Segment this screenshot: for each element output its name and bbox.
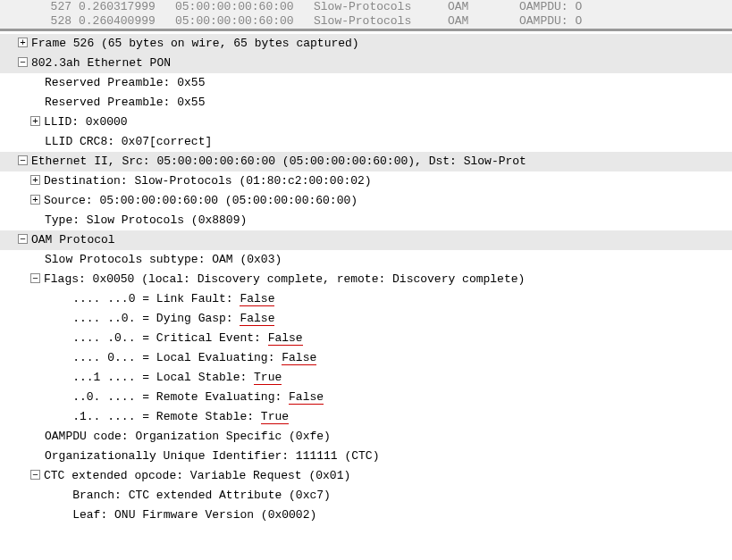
col-time: 0.260317999 <box>79 0 168 14</box>
oam-oui[interactable]: Organizationally Unique Identifier: 1111… <box>0 447 732 466</box>
flag-value: False <box>282 351 316 365</box>
collapse-icon[interactable] <box>18 234 28 244</box>
flag-link-fault[interactable]: .... ...0 = Link Fault: False <box>0 289 732 309</box>
flag-dying-gasp[interactable]: .... ..0. = Dying Gasp: False <box>0 309 732 329</box>
flag-value: False <box>240 292 274 306</box>
pon-header[interactable]: 802.3ah Ethernet PON <box>0 54 732 73</box>
protocol-tree-pane: Frame 526 (65 bytes on wire, 65 bytes ca… <box>0 29 732 528</box>
flag-value: True <box>261 410 289 424</box>
flag-value: True <box>254 371 282 385</box>
eth-destination[interactable]: Destination: Slow-Protocols (01:80:c2:00… <box>0 171 732 191</box>
expand-icon[interactable] <box>30 175 40 185</box>
frame-summary-text: Frame 526 (65 bytes on wire, 65 bytes ca… <box>31 37 359 50</box>
collapse-icon[interactable] <box>30 470 40 480</box>
packet-list-pane: 527 0.260317999 05:00:00:00:60:00 Slow-P… <box>0 0 732 29</box>
oam-subtype[interactable]: Slow Protocols subtype: OAM (0x03) <box>0 250 732 270</box>
expand-icon[interactable] <box>30 116 40 126</box>
col-src: 05:00:00:00:60:00 <box>175 0 314 14</box>
ctc-leaf[interactable]: Leaf: ONU Firmware Version (0x0002) <box>0 506 732 525</box>
ethernet-header-text: Ethernet II, Src: 05:00:00:00:60:00 (05:… <box>31 155 526 168</box>
col-src: 05:00:00:00:60:00 <box>175 14 314 29</box>
packet-row[interactable]: 528 0.260400999 05:00:00:00:60:00 Slow-P… <box>0 14 732 29</box>
oam-code[interactable]: OAMPDU code: Organization Specific (0xfe… <box>0 427 732 447</box>
col-no: 528 <box>36 14 72 29</box>
frame-summary[interactable]: Frame 526 (65 bytes on wire, 65 bytes ca… <box>0 34 732 54</box>
flag-value: False <box>289 390 324 405</box>
col-dst: Slow-Protocols <box>314 14 448 29</box>
flag-value: False <box>240 312 274 326</box>
flag-remote-evaluating[interactable]: ..0. .... = Remote Evaluating: False <box>0 388 732 407</box>
expand-icon[interactable] <box>30 195 40 205</box>
pon-reserved-2[interactable]: Reserved Preamble: 0x55 <box>0 93 732 113</box>
col-dst: Slow-Protocols <box>314 0 448 14</box>
eth-type[interactable]: Type: Slow Protocols (0x8809) <box>0 211 732 230</box>
oam-protocol-text: OAM Protocol <box>31 233 115 247</box>
pon-header-text: 802.3ah Ethernet PON <box>31 56 171 70</box>
col-info: OAMPDU: O <box>519 0 582 14</box>
col-time: 0.260400999 <box>79 14 168 29</box>
collapse-icon[interactable] <box>18 155 28 165</box>
col-info: OAMPDU: O <box>519 14 582 29</box>
collapse-icon[interactable] <box>18 57 28 67</box>
col-proto: OAM <box>448 14 519 29</box>
expand-icon[interactable] <box>18 38 28 47</box>
packet-row[interactable]: 527 0.260317999 05:00:00:00:60:00 Slow-P… <box>0 0 732 14</box>
flag-local-evaluating[interactable]: .... 0... = Local Evaluating: False <box>0 348 732 368</box>
ctc-opcode-header[interactable]: CTC extended opcode: Variable Request (0… <box>0 466 732 486</box>
flag-local-stable[interactable]: ...1 .... = Local Stable: True <box>0 368 732 388</box>
oam-protocol-header[interactable]: OAM Protocol <box>0 230 732 250</box>
flag-critical-event[interactable]: .... .0.. = Critical Event: False <box>0 329 732 348</box>
col-no: 527 <box>36 0 72 14</box>
ethernet-header[interactable]: Ethernet II, Src: 05:00:00:00:60:00 (05:… <box>0 152 732 171</box>
flag-remote-stable[interactable]: .1.. .... = Remote Stable: True <box>0 407 732 427</box>
collapse-icon[interactable] <box>30 273 40 283</box>
oam-flags-header[interactable]: Flags: 0x0050 (local: Discovery complete… <box>0 270 732 289</box>
ctc-branch[interactable]: Branch: CTC extended Attribute (0xc7) <box>0 486 732 506</box>
eth-source[interactable]: Source: 05:00:00:00:60:00 (05:00:00:00:6… <box>0 191 732 211</box>
col-proto: OAM <box>448 0 519 14</box>
pon-reserved-1[interactable]: Reserved Preamble: 0x55 <box>0 73 732 93</box>
pon-llid[interactable]: LLID: 0x0000 <box>0 113 732 132</box>
pon-llid-crc[interactable]: LLID CRC8: 0x07[correct] <box>0 132 732 152</box>
flag-value: False <box>268 331 303 346</box>
